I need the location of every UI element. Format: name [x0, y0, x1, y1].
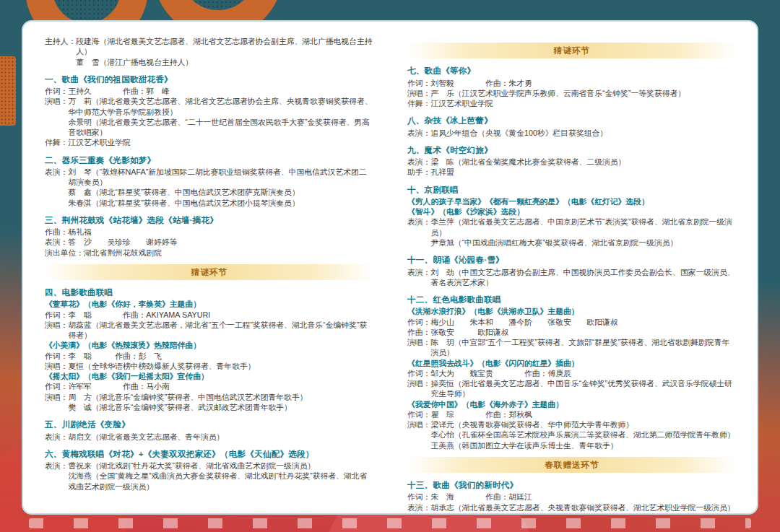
credit-text: 江汉艺术职业学院: [68, 137, 374, 147]
credit-text: 李心怡（孔雀杯全国高等艺术院校声乐展演二等奖获得者、湖北第二师范学院青年教师）: [430, 429, 737, 440]
credit-lines: 李兰萍（湖北省最美文艺志愿者、中国京剧艺术节“表演奖”获得者、湖北省京剧院一级演…: [430, 217, 737, 248]
song-subtitle: 《萱草花》（电影《你好，李焕英》主题曲）: [45, 299, 374, 309]
credit-text: 王美燕（韩国加图立大学在读声乐博士生、青年歌手）: [430, 440, 737, 450]
credit-text: 刘 琴（“敦煌杯NAFA”新加坡国际二胡比赛职业组铜奖获得者、中国电信武汉艺术团…: [68, 167, 374, 188]
credit-row: 表演：刘 劲（中国文艺志愿者协会副主席、中国视协演员工作委员会副会长、国家一级演…: [407, 267, 737, 288]
credit-text: 梁译元（央视青歌赛铜奖获得者、华中师范大学青年教师）: [430, 513, 737, 515]
hosts-block: 主持人：段建海（湖北省最美文艺志愿者、湖北省文艺志愿者协会副主席、湖北广播电视台…: [45, 36, 374, 67]
item-title: 十三、歌曲《我们的新时代》: [407, 479, 737, 490]
host-entry: 董 雪（潜江广播电视台主持人）: [76, 57, 374, 67]
credit-text: 杨礼福: [68, 227, 374, 237]
item-title: 八、杂技《冰上芭蕾》: [407, 115, 737, 126]
credit-row: 伴舞：江汉艺术职业学院: [45, 137, 374, 147]
item-title: 十、京剧联唱: [407, 184, 737, 195]
credit-label: 演唱：: [407, 337, 430, 358]
credit-row: 演唱：万 莉（湖北省最美文艺志愿者、湖北省文艺志愿者协会主席、央视青歌赛铜奖获得…: [45, 96, 374, 137]
credit-label: 作词：: [45, 310, 68, 320]
song-subtitle: 《洪湖水浪打浪》（电影《洪湖赤卫队》主题曲）: [407, 306, 737, 316]
song-subtitle: 《小美满》（电影《热辣滚烫》热辣陪伴曲）: [45, 340, 374, 350]
song-subtitle: 《摇太阳》（电影《我们一起摇太阳》宣传曲）: [45, 371, 374, 381]
credit-text: 邹大为 魏宝贵 作曲：傅庚辰: [430, 368, 737, 378]
credit-text: 曹祝来（湖北戏剧“牡丹花大奖”获得者、湖北省戏曲艺术剧院一级演员）: [68, 461, 374, 471]
credit-label: 伴舞：: [45, 137, 68, 147]
item-title: 四、电影歌曲联唱: [45, 287, 374, 297]
credit-text: 周 方（湖北音乐“金编钟奖”获得者、中国电信武汉艺术团青年歌手）: [68, 392, 374, 402]
program-item: 九、魔术《时空幻旅》表演：梁 陈（湖北省金菊奖魔术比赛金奖获得者、二级演员）助手…: [407, 144, 737, 178]
credit-row: 作词：李 聪 作曲：彭 飞: [45, 351, 374, 361]
credit-text: 梁 陈（湖北省金菊奖魔术比赛金奖获得者、二级演员）: [430, 157, 737, 167]
program-card: 主持人：段建海（湖北省最美文艺志愿者、湖北省文艺志愿者协会副主席、湖北广播电视台…: [22, 20, 758, 515]
credit-label: 表演：: [45, 461, 68, 492]
credit-label: 作词：: [45, 381, 68, 391]
credit-text: 沈海燕（全国“黄梅之星”戏曲演员大赛金奖获得者、湖北戏剧“牡丹花奖”获得者、湖北…: [68, 471, 374, 492]
credit-text: 朱春淇（湖北“群星奖”获得者、中国电信武汉艺术团小提琴演奏员）: [68, 198, 374, 208]
credit-label: 作词：: [407, 368, 430, 378]
credit-label: 作曲：: [45, 227, 68, 237]
credit-row: 作曲：杨礼福: [45, 227, 374, 237]
credit-row: 演唱：陈 玥（中宣部“五个一工程奖”获得者、文旅部“群星奖”获得者、湖北省歌剧舞…: [407, 337, 737, 358]
program-item: 二、器乐三重奏《光影如梦》表演：刘 琴（“敦煌杯NAFA”新加坡国际二胡比赛职业…: [45, 154, 374, 208]
left-column: 主持人：段建海（湖北省最美文艺志愿者、湖北省文艺志愿者协会副主席、湖北广播电视台…: [45, 36, 374, 503]
credit-text: 李 聪 作曲：彭 飞: [68, 351, 374, 361]
credit-label: 表演：: [407, 502, 430, 515]
film-strip-decoration: [29, 518, 751, 528]
item-title: 二、器乐三重奏《光影如梦》: [45, 154, 374, 165]
credit-label: 表演：: [45, 432, 68, 442]
credit-row: 作词：许军军 作曲：马小南: [45, 381, 374, 391]
credit-label: 表演：: [45, 167, 68, 208]
program-item: 八、杂技《冰上芭蕾》表演：追风少年组合（央视《黄金100秒》栏目获奖组合）: [407, 115, 737, 138]
credit-row: 作词：邹大为 魏宝贵 作曲：傅庚辰: [407, 368, 737, 378]
credit-label: 作词：: [407, 492, 430, 502]
credit-text: 王持久 作曲：郭 峰: [68, 86, 374, 96]
program-item: 十三、歌曲《我们的新时代》作词：朱 海 作曲：胡廷江表演：胡承志（湖北省最美文艺…: [407, 479, 737, 515]
program-item: 十、京剧联唱《穷人的孩子早当家》《都有一颗红亮的星》（电影《红灯记》选段）《智斗…: [407, 184, 737, 248]
credit-label: 演唱：: [407, 378, 430, 399]
credit-label: 助手：: [407, 167, 430, 177]
item-title: 七、歌曲《等你》: [407, 65, 737, 76]
credit-lines: 周 方（湖北音乐“金编钟奖”获得者、中国电信武汉艺术团青年歌手）樊 诚（湖北音乐…: [68, 392, 374, 413]
song-subtitle: 《穷人的孩子早当家》《都有一颗红亮的星》（电影《红灯记》选段）: [407, 196, 737, 206]
credit-row: 表演：胡启文（湖北省最美文艺志愿者、青年演员）: [45, 432, 374, 442]
item-title: 一、歌曲《我们的祖国歌甜花香》: [45, 74, 374, 84]
credit-row: 作词：王持久 作曲：郭 峰: [45, 86, 374, 96]
item-title: 十二、红色电影歌曲联唱: [407, 294, 737, 305]
hosts-label: 主持人：: [45, 36, 76, 67]
credit-text: 江汉艺术职业学院: [430, 98, 737, 108]
credit-text: 孔祥盟: [430, 167, 737, 177]
credit-row: 作曲：张敬安 欧阳谦叔: [407, 327, 737, 337]
program-item: 十一、朗诵《沁园春·雪》表演：刘 劲（中国文艺志愿者协会副主席、中国视协演员工作…: [407, 254, 737, 287]
credit-text: 湖北省荆州花鼓戏剧院: [84, 248, 374, 258]
item-title: 三、荆州花鼓戏《站花墙》选段《站墙·摘花》: [45, 214, 374, 225]
host-entry: 段建海（湖北省最美文艺志愿者、湖北省文艺志愿者协会副主席、湖北广播电视台主持人）: [76, 36, 374, 57]
program-item: 五、川剧绝活《变脸》表演：胡启文（湖北省最美文艺志愿者、青年演员）: [45, 419, 374, 442]
credit-label: 演唱：: [45, 320, 68, 341]
credit-row: 表演：胡承志（湖北省最美文艺志愿者、央视青歌赛铜奖获得者、湖北艺术职业学院一级演…: [407, 502, 737, 515]
credit-text: 梁译元（央视青歌赛铜奖获得者、华中师范大学青年教师）: [430, 419, 737, 429]
credit-row: 作词：刘智毅 作曲：朱才勇: [407, 78, 737, 88]
program-item: 十二、红色电影歌曲联唱《洪湖水浪打浪》（电影《洪湖赤卫队》主题曲）作词：梅少山 …: [407, 294, 737, 450]
credit-row: 演唱：梁译元（央视青歌赛铜奖获得者、华中师范大学青年教师）李心怡（孔雀杯全国高等…: [407, 419, 737, 450]
program-item: 一、歌曲《我们的祖国歌甜花香》作词：王持久 作曲：郭 峰演唱：万 莉（湖北省最美…: [45, 74, 374, 148]
credit-text: 余景明（湖北省最美文艺志愿者、“二十一世纪首届全国农民歌手大赛”金奖获得者、男高…: [68, 117, 374, 138]
credit-row: 表演：李兰萍（湖北省最美文艺志愿者、中国京剧艺术节“表演奖”获得者、湖北省京剧院…: [407, 217, 737, 248]
credit-text: 严 乐（江汉艺术职业学院声乐教师、云南省音乐“金钟奖”一等奖获得者）: [430, 88, 737, 98]
right-column: 猜谜环节七、歌曲《等你》作词：刘智毅 作曲：朱才勇演唱：严 乐（江汉艺术职业学院…: [407, 36, 737, 503]
credit-text: 梅少山 朱本和 潘今阶 张敬安 欧阳谦叔: [430, 317, 737, 327]
credit-text: 蔡 鑫（湖北“群星奖”获得者、中国电信武汉艺术团萨克斯演奏员）: [68, 187, 374, 197]
credit-row: 演唱：严 乐（江汉艺术职业学院声乐教师、云南省音乐“金钟奖”一等奖获得者）: [407, 88, 737, 98]
credit-row: 作词：朱 海 作曲：胡廷江: [407, 492, 737, 502]
credit-row: 表演：追风少年组合（央视《黄金100秒》栏目获奖组合）: [407, 128, 737, 138]
credit-text: 胡启文（湖北省最美文艺志愿者、青年演员）: [68, 432, 374, 442]
credit-label: 演唱：: [45, 392, 68, 413]
credit-text: 瞿 琮 作曲：郑秋枫: [430, 409, 737, 419]
credit-row: 作词：李 聪 作曲：AKIYAMA SAYURI: [45, 310, 374, 320]
credit-text: 李 聪 作曲：AKIYAMA SAYURI: [68, 310, 374, 320]
credit-text: 陈 玥（中宣部“五个一工程奖”获得者、文旅部“群星奖”获得者、湖北省歌剧舞剧院青…: [430, 337, 737, 358]
item-title: 九、魔术《时空幻旅》: [407, 144, 737, 155]
credit-row: 演出单位：湖北省荆州花鼓戏剧院: [45, 248, 374, 258]
item-title: 五、川剧绝活《变脸》: [45, 419, 374, 429]
credit-text: 胡蕊蓝（湖北省最美文艺志愿者，湖北省“五个一工程”奖获得者、湖北音乐“金编钟奖”…: [68, 320, 374, 341]
credit-text: 朱 海 作曲：胡廷江: [430, 492, 737, 502]
credit-text: 尹章旭（“中国戏曲演唱红梅大赛”银奖获得者、湖北省京剧院一级演员）: [430, 237, 737, 248]
credit-lines: 万 莉（湖北省最美文艺志愿者、湖北省文艺志愿者协会主席、央视青歌赛铜奖获得者、华…: [68, 96, 374, 137]
